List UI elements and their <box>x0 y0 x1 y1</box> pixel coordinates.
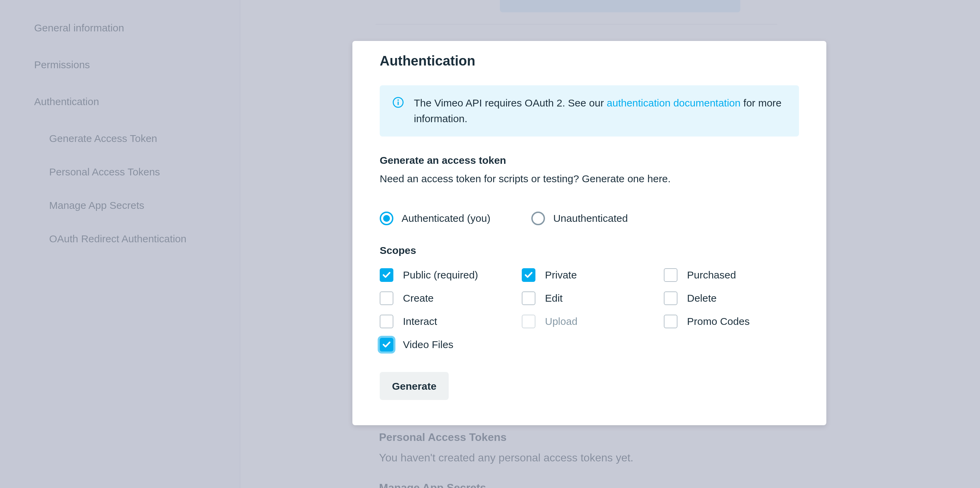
sidebar-item-authentication[interactable]: Authentication <box>34 86 226 117</box>
info-banner: The Vimeo API requires OAuth 2. See our … <box>380 85 799 136</box>
radio-authenticated-label: Authenticated (you) <box>402 212 490 224</box>
radio-unauthenticated-control[interactable] <box>531 211 545 225</box>
section-divider <box>375 24 777 25</box>
authentication-heading: Authentication <box>380 53 799 69</box>
svg-point-1 <box>398 99 399 101</box>
manage-app-secrets-title: Manage App Secrets <box>379 482 775 488</box>
scope-delete[interactable]: Delete <box>664 291 799 305</box>
scope-interact-label: Interact <box>403 315 437 327</box>
scope-interact-checkbox[interactable] <box>380 314 393 328</box>
generate-access-token-title: Generate an access token <box>380 154 799 165</box>
sidebar-item-permissions[interactable]: Permissions <box>34 49 226 81</box>
scope-public-checkbox[interactable] <box>380 268 393 282</box>
sidebar-subitem-personal-access-tokens[interactable]: Personal Access Tokens <box>49 156 226 187</box>
scope-promo-codes-checkbox[interactable] <box>664 314 678 328</box>
scope-delete-checkbox[interactable] <box>664 291 678 305</box>
scope-interact[interactable]: Interact <box>380 314 515 328</box>
scope-create[interactable]: Create <box>380 291 515 305</box>
scopes-heading: Scopes <box>380 244 799 256</box>
info-icon <box>392 96 404 109</box>
scope-private-checkbox[interactable] <box>522 268 535 282</box>
scope-edit-label: Edit <box>545 292 563 304</box>
scope-create-label: Create <box>403 292 434 304</box>
sidebar-subitem-generate-access-token[interactable]: Generate Access Token <box>49 123 226 154</box>
scopes-grid: Public (required) Private Purchased Crea… <box>380 268 799 351</box>
sidebar-item-general-information[interactable]: General information <box>34 12 226 44</box>
radio-unauthenticated[interactable]: Unauthenticated <box>531 211 628 225</box>
scope-video-files[interactable]: Video Files <box>380 337 515 351</box>
radio-authenticated-control[interactable] <box>380 211 393 225</box>
scope-purchased[interactable]: Purchased <box>664 268 799 282</box>
personal-access-tokens-empty-text: You haven't created any personal access … <box>379 452 775 464</box>
radio-authenticated[interactable]: Authenticated (you) <box>380 211 490 225</box>
scope-public[interactable]: Public (required) <box>380 268 515 282</box>
scope-public-label: Public (required) <box>403 269 478 280</box>
scope-video-files-checkbox[interactable] <box>380 337 393 351</box>
scope-private-label: Private <box>545 269 577 280</box>
radio-unauthenticated-label: Unauthenticated <box>553 212 628 224</box>
info-text-prefix: The Vimeo API requires OAuth 2. See our <box>414 97 607 109</box>
sidebar-subitem-oauth-redirect-authentication[interactable]: OAuth Redirect Authentication <box>49 223 226 254</box>
scope-upload-checkbox <box>522 314 535 328</box>
generate-access-token-description: Need an access token for scripts or test… <box>380 172 799 184</box>
scope-upload: Upload <box>522 314 657 328</box>
personal-access-tokens-title: Personal Access Tokens <box>379 431 775 444</box>
sidebar-subitem-manage-app-secrets[interactable]: Manage App Secrets <box>49 190 226 220</box>
scope-purchased-checkbox[interactable] <box>664 268 678 282</box>
scope-promo-codes-label: Promo Codes <box>687 315 749 327</box>
sidebar: General information Permissions Authenti… <box>0 0 240 488</box>
scope-create-checkbox[interactable] <box>380 291 393 305</box>
scope-delete-label: Delete <box>687 292 717 304</box>
authentication-card: Authentication The Vimeo API requires OA… <box>352 41 826 425</box>
scope-promo-codes[interactable]: Promo Codes <box>664 314 799 328</box>
scope-private[interactable]: Private <box>522 268 657 282</box>
authentication-documentation-link[interactable]: authentication documentation <box>607 97 741 109</box>
scope-purchased-label: Purchased <box>687 269 736 280</box>
scope-edit[interactable]: Edit <box>522 291 657 305</box>
scope-video-files-label: Video Files <box>403 339 453 350</box>
scope-upload-label: Upload <box>545 315 578 327</box>
scope-edit-checkbox[interactable] <box>522 291 535 305</box>
svg-rect-2 <box>398 101 398 105</box>
top-callout-fragment <box>500 0 740 12</box>
generate-button[interactable]: Generate <box>380 372 449 399</box>
